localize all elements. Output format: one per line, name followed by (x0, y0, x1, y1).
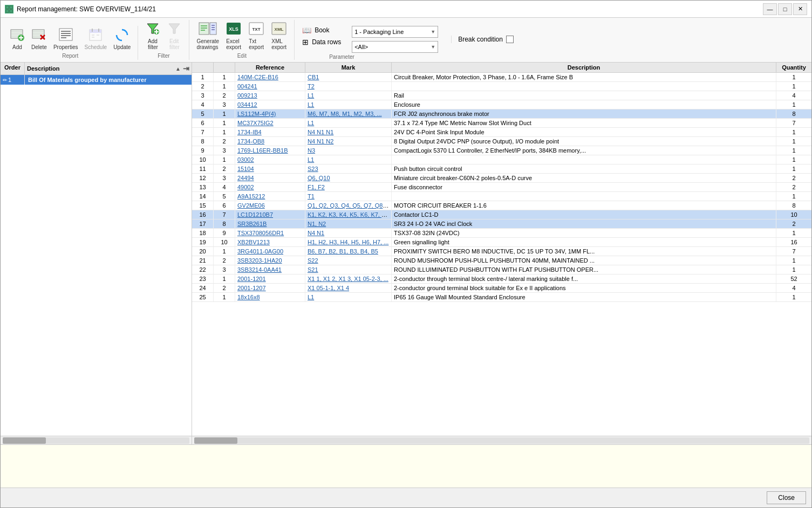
table-row[interactable]: 61MC37X75IG2L137.1 x 72.4 Type MC Metric… (192, 119, 811, 128)
table-row[interactable]: 2013RG4011-0AG00B6, B7, B2, B1, B3, B4, … (192, 247, 811, 256)
row-ref: 3SB3203-1HA20 (235, 256, 305, 265)
maximize-icon: □ (783, 6, 787, 12)
row-ref: 2001-1207 (235, 284, 305, 292)
table-row[interactable]: 10103002L11 (192, 155, 811, 164)
row-qty: 1 (776, 137, 811, 146)
row-refnum: 3 (214, 146, 235, 155)
row-mark: B6, B7, B2, B1, B3, B4, B5 (305, 247, 392, 256)
row-refnum: 1 (214, 155, 235, 164)
table-row[interactable]: 178SR3B261BN1, N2SR3 24 I-O 24 VAC incl … (192, 219, 811, 229)
row-refnum: 2 (214, 91, 235, 100)
toolbar: Add Delete Properties (1, 18, 811, 63)
row-desc: CompactLogix 5370 L1 Controller, 2 Ether… (392, 146, 776, 155)
update-button[interactable]: Update (111, 26, 133, 52)
filter-group: Addfilter Editfilter Filter (140, 20, 189, 60)
parameter-area: 📖 Book ⊞ Data rows 1 - Packaging Line ▼ (297, 24, 807, 60)
add-filter-icon (145, 22, 160, 38)
edit-filter-label: Editfilter (169, 38, 180, 50)
minimize-button[interactable]: — (763, 3, 777, 15)
pin-icon: ⇥ (183, 64, 189, 73)
txt-export-icon: TXT (248, 22, 264, 38)
all-dropdown[interactable]: <All> ▼ (352, 41, 438, 53)
row-ref: 034412 (235, 100, 305, 109)
row-num: 5 (192, 109, 214, 118)
row-num: 2 (192, 82, 214, 91)
row-mark: S23 (305, 164, 392, 173)
schedule-button[interactable]: Schedule (81, 26, 110, 52)
row-refnum: 9 (214, 229, 235, 237)
table-row[interactable]: 711734-IB4N4 N1 N124V DC 4-Point Sink In… (192, 128, 811, 137)
table-row[interactable]: 2312001-1201X1 1, X1 2, X1 3, X1 05-2-3,… (192, 274, 811, 284)
bottom-scrollbar[interactable] (192, 436, 811, 444)
title-bar: Report management: SWE OVERVIEW_11/4/21 … (1, 1, 811, 18)
maximize-button[interactable]: □ (778, 3, 792, 15)
properties-button[interactable]: Properties (51, 26, 81, 52)
table-row[interactable]: 43034412L1Enclosure1 (192, 100, 811, 109)
generate-drawings-button[interactable]: Generatedrawings (194, 20, 222, 52)
row-ref: TSX3708056DR1 (235, 229, 305, 237)
table-row[interactable]: 145A9A15212T11 (192, 192, 811, 201)
edit-group-label: Edit (237, 53, 247, 60)
break-condition-checkbox[interactable] (506, 36, 514, 43)
table-row[interactable]: 51LS112M-4P(4)M6, M7, M8, M1, M2, M3, ..… (192, 109, 811, 119)
schedule-label: Schedule (84, 44, 107, 50)
row-num: 3 (192, 91, 214, 100)
mark-col-header: Mark (305, 63, 392, 72)
excel-export-button[interactable]: XLS Excelexport (223, 20, 244, 52)
table-row[interactable]: 12324494Q6, Q10Miniature circuit breaker… (192, 174, 811, 183)
left-scrollbar-thumb[interactable] (3, 437, 46, 444)
item-description: Bill Of Materials grouped by manufacture… (25, 75, 192, 85)
row-refnum: 7 (214, 210, 235, 219)
xml-export-button[interactable]: XML XMLexport (268, 20, 290, 52)
report-group: Add Delete Properties (5, 26, 138, 60)
update-icon (114, 28, 129, 44)
table-row[interactable]: 156GV2ME06Q1, Q2, Q3, Q4, Q5, Q7, Q8,...… (192, 201, 811, 210)
table-row[interactable]: 189TSX3708056DR1N4 N1TSX37-08 32IN (24VD… (192, 229, 811, 238)
add-button[interactable]: Add (7, 26, 28, 52)
row-qty: 1 (776, 100, 811, 109)
table-row[interactable]: 2123SB3203-1HA20S22ROUND MUSHROOM PUSH-P… (192, 256, 811, 265)
table-row[interactable]: 21004241T21 (192, 82, 811, 91)
table-row[interactable]: 11140M-C2E-B16CB1Circuit Breaker, Motor … (192, 73, 811, 82)
row-qty: 2 (776, 174, 811, 182)
left-scrollbar[interactable] (1, 436, 192, 444)
row-mark: T2 (305, 82, 392, 91)
table-row[interactable]: 167LC1D1210B7K1, K2, K3, K4, K5, K6, K7,… (192, 210, 811, 219)
bottom-scrollbar-thumb[interactable] (194, 437, 237, 444)
close-button[interactable]: Close (767, 491, 806, 504)
schedule-icon (88, 28, 103, 44)
row-num: 15 (192, 201, 214, 210)
close-window-button[interactable]: ✕ (793, 3, 807, 15)
add-filter-button[interactable]: Addfilter (142, 20, 163, 52)
row-desc: 37.1 x 72.4 Type MC Metric Narrow Slot W… (392, 119, 776, 127)
report-item[interactable]: ✏ 1 Bill Of Materials grouped by manufac… (1, 75, 192, 85)
table-row[interactable]: 11215104S23Push button circuit control1 (192, 164, 811, 174)
row-ref: 009213 (235, 91, 305, 100)
svg-text:XML: XML (275, 27, 284, 32)
row-num: 11 (192, 164, 214, 173)
table-row[interactable]: 821734-OB8N4 N1 N28 Digital Output 24VDC… (192, 137, 811, 146)
properties-label: Properties (53, 44, 78, 50)
row-num: 12 (192, 174, 214, 182)
report-group-label: Report (62, 53, 78, 60)
row-desc: Miniature circuit breaker-C60N-2 poles-0… (392, 174, 776, 182)
row-num: 8 (192, 137, 214, 146)
row-mark: L1 (305, 91, 392, 100)
packaging-line-dropdown[interactable]: 1 - Packaging Line ▼ (352, 26, 438, 38)
table-row[interactable]: 2233SB3214-0AA41S21ROUND ILLUIMINATED PU… (192, 265, 811, 274)
edit-filter-button[interactable]: Editfilter (164, 20, 185, 52)
table-row[interactable]: 32009213L1Rail4 (192, 91, 811, 100)
delete-button[interactable]: Delete (29, 26, 50, 52)
table-row[interactable]: 13449002F1, F2Fuse disconnector2 (192, 183, 811, 192)
table-row[interactable]: 2422001-1207X1 05-1-1, X1 42-conductor g… (192, 284, 811, 293)
table-row[interactable]: 1910XB2BV1213H1, H2, H3, H4, H5, H6, H7,… (192, 238, 811, 247)
table-row[interactable]: 931769-L16ER-BB1BN3CompactLogix 5370 L1 … (192, 146, 811, 155)
txt-export-button[interactable]: TXT Txtexport (245, 20, 267, 52)
row-refnum: 1 (214, 109, 235, 118)
row-desc: ROUND MUSHROOM PUSH-PULL PUSHBUTTON 40MM… (392, 256, 776, 265)
row-mark: L1 (305, 119, 392, 127)
row-qty: 1 (776, 164, 811, 173)
table-row[interactable]: 25118x16x8L1IP65 16 Gauge Wall Mounted S… (192, 293, 811, 302)
book-label: Book (315, 26, 329, 34)
num-col-header (192, 63, 214, 72)
